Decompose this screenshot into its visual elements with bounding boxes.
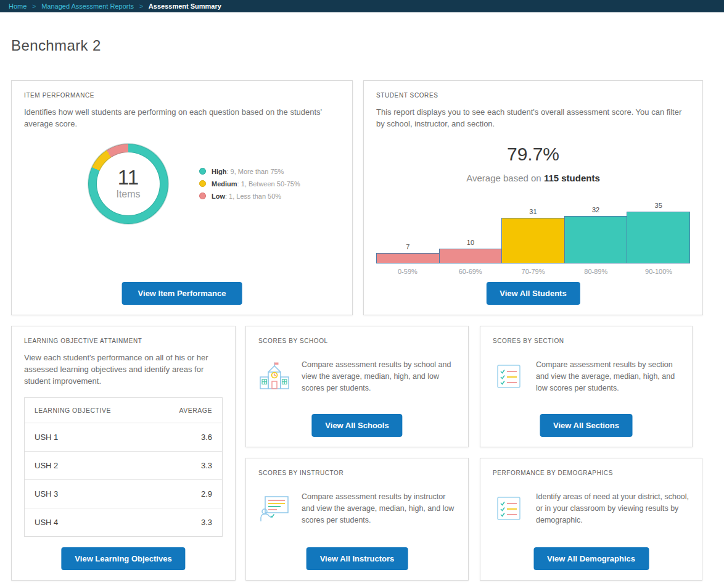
average-caption: Average based on 115 students [376, 173, 690, 183]
donut-legend: High: 9, More than 75%Medium: 1, Between… [199, 163, 300, 205]
breadcrumb-item[interactable]: Managed Assessment Reports [41, 2, 134, 10]
student-scores-bar-chart: 7103132350-59%60-69%70-79%80-89%90-100% [376, 202, 690, 275]
bar-column: 32 [564, 206, 628, 263]
bar-value-label: 31 [529, 208, 537, 215]
bar-category-label: 80-89% [564, 268, 627, 275]
average-caption-count: 115 students [544, 173, 600, 183]
table-row: USH 13.6 [25, 423, 222, 451]
item-performance-card: ITEM PERFORMANCE Identifies how well stu… [11, 80, 353, 315]
bar [501, 218, 565, 263]
breadcrumb-item[interactable]: Home [9, 2, 27, 10]
view-all-instructors-button[interactable]: View All Instructors [306, 547, 408, 570]
scores-by-school-card: SCORES BY SCHOOL Compare assessment resu… [245, 326, 469, 447]
card-title: ITEM PERFORMANCE [24, 92, 340, 99]
view-all-demographics-button[interactable]: View All Demographics [533, 547, 649, 570]
performance-by-demographics-card: PERFORMANCE BY DEMOGRAPHICS Identify are… [480, 458, 702, 581]
student-scores-card: STUDENT SCORES This report displays you … [363, 80, 703, 315]
bar [627, 212, 690, 263]
info-row: Identify areas of need at your district,… [493, 491, 689, 526]
bar [564, 216, 628, 263]
bar-value-label: 10 [467, 239, 474, 246]
bar-value-label: 35 [655, 202, 662, 209]
bar [376, 253, 440, 263]
bar [439, 249, 503, 263]
view-all-students-button[interactable]: View All Students [486, 282, 580, 305]
card-title: PERFORMANCE BY DEMOGRAPHICS [493, 470, 689, 476]
bar-value-label: 7 [406, 243, 409, 251]
info-row: Compare assessment results by instructor… [258, 491, 456, 526]
school-icon [258, 360, 290, 392]
item-performance-donut: 11 Items [88, 144, 168, 224]
bar-category-label: 90-100% [627, 268, 690, 275]
bar-column: 31 [501, 208, 565, 263]
learning-objective-attainment-card: LEARNING OBJECTIVE ATTAINMENT View each … [11, 326, 236, 581]
table-row: USH 23.3 [25, 451, 222, 479]
donut-row: 11 Items High: 9, More than 75%Medium: 1… [24, 144, 340, 224]
table-header: LEARNING OBJECTIVEAVERAGE [25, 398, 222, 423]
legend-dot [199, 168, 206, 175]
breadcrumb-item: Assessment Summary [149, 2, 221, 10]
legend-item: Medium: 1, Between 50-75% [199, 180, 300, 188]
card-description: Compare assessment results by school and… [302, 359, 456, 394]
page-title: Benchmark 2 [11, 37, 101, 54]
legend-dot [199, 180, 206, 187]
card-title: SCORES BY INSTRUCTOR [258, 470, 456, 476]
view-learning-objectives-button[interactable]: View Learning Objectives [61, 547, 185, 570]
checklist-icon [493, 360, 525, 392]
checklist-icon [493, 492, 525, 524]
scores-by-instructor-card: SCORES BY INSTRUCTOR Compare assessment … [245, 458, 469, 581]
card-description: This report displays you to see each stu… [376, 107, 690, 130]
card-description: Compare assessment results by instructor… [302, 491, 456, 526]
bar-value-label: 32 [592, 206, 599, 213]
table-row: USH 32.9 [25, 479, 222, 508]
card-description: Compare assessment results by section an… [536, 359, 680, 394]
donut-center-label: Items [116, 189, 140, 200]
card-description: Identifies how well students are perform… [24, 107, 340, 130]
info-row: Compare assessment results by section an… [493, 359, 680, 394]
legend-item: High: 9, More than 75% [199, 168, 300, 175]
average-score: 79.7% [376, 144, 690, 165]
bar-category-label: 70-79% [502, 268, 565, 275]
breadcrumb-separator: > [139, 3, 143, 10]
average-caption-prefix: Average based on [466, 173, 541, 183]
card-description: Identify areas of need at your district,… [536, 491, 689, 526]
bar-category-label: 0-59% [376, 268, 439, 275]
card-description: View each student's performance on all o… [24, 352, 223, 387]
info-row: Compare assessment results by school and… [258, 359, 456, 394]
view-all-sections-button[interactable]: View All Sections [540, 414, 633, 437]
bar-column: 35 [627, 202, 690, 263]
card-title: LEARNING OBJECTIVE ATTAINMENT [24, 337, 223, 344]
scores-by-section-card: SCORES BY SECTION Compare assessment res… [480, 326, 693, 447]
card-title: STUDENT SCORES [376, 92, 690, 99]
bar-column: 10 [439, 239, 503, 263]
donut-center-value: 11 [118, 167, 139, 188]
learning-objectives-table: LEARNING OBJECTIVEAVERAGEUSH 13.6USH 23.… [24, 397, 223, 537]
presentation-icon [258, 492, 290, 524]
view-item-performance-button[interactable]: View Item Performance [122, 282, 242, 305]
legend-dot [199, 193, 206, 199]
breadcrumb: Home>Managed Assessment Reports>Assessme… [0, 0, 724, 12]
view-all-schools-button[interactable]: View All Schools [311, 414, 402, 437]
card-title: SCORES BY SECTION [493, 337, 680, 344]
breadcrumb-separator: > [32, 3, 36, 10]
bar-category-label: 60-69% [439, 268, 502, 275]
legend-item: Low: 1, Less than 50% [199, 193, 300, 200]
bar-column: 7 [376, 243, 440, 263]
table-row: USH 43.3 [25, 508, 222, 536]
card-title: SCORES BY SCHOOL [258, 337, 456, 344]
donut-center: 11 Items [97, 152, 160, 215]
